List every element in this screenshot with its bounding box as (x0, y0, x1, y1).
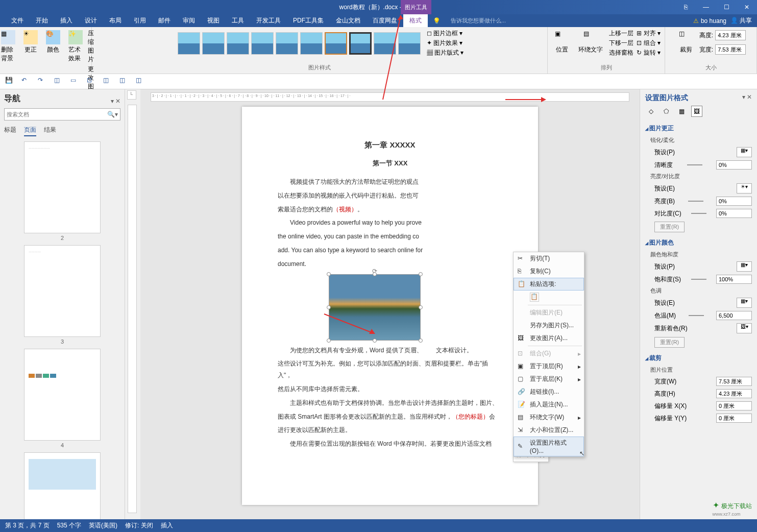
qat-icon[interactable]: ◫ (103, 77, 113, 87)
horizontal-ruler[interactable]: 3 · | · 2 · | · 1 · | · · | · 1 · | · 2 … (151, 92, 629, 102)
picture-effects-button[interactable]: ✦ 图片效果 ▾ (427, 39, 464, 47)
ribbon-options-icon[interactable]: ⎘ (675, 0, 696, 14)
status-insert[interactable]: 插入 (161, 521, 173, 530)
tab-design[interactable]: 设计 (79, 14, 103, 27)
temp-input[interactable] (716, 311, 752, 320)
user-account[interactable]: ⚠bo huang (693, 17, 726, 25)
ctx-copy[interactable]: ⎘复制(C) (514, 265, 584, 278)
ctx-paste-option-1[interactable]: 📋 (514, 291, 584, 304)
tab-layout[interactable]: 布局 (103, 14, 128, 27)
tab-pdf[interactable]: PDF工具集 (287, 14, 330, 27)
nav-tab-results[interactable]: 结果 (44, 126, 56, 136)
vertical-ruler[interactable] (128, 105, 137, 513)
bring-forward-button[interactable]: 上移一层 (609, 29, 633, 38)
qat-icon[interactable]: ▭ (70, 77, 81, 87)
selection-pane-button[interactable]: 选择窗格 (609, 49, 633, 57)
reset-button-2[interactable]: 重置(R) (654, 337, 685, 348)
preset-dropdown[interactable]: ▦▾ (737, 147, 752, 157)
tab-references[interactable]: 引用 (128, 14, 152, 27)
preset2-dropdown[interactable]: ☀▾ (737, 183, 752, 194)
page-thumbnail[interactable]: ………… (24, 245, 101, 337)
contrast-input[interactable] (716, 209, 752, 218)
remove-bg-button[interactable]: ▦删除背景 (0, 29, 18, 64)
saturation-input[interactable] (716, 275, 752, 284)
tab-file[interactable]: 文件 (5, 14, 30, 27)
tab-format[interactable]: 格式 (403, 14, 428, 27)
selected-picture[interactable]: ⟳ (329, 274, 421, 341)
height-input[interactable] (715, 30, 746, 40)
status-lang[interactable]: 英语(美国) (89, 521, 117, 530)
brightness-input[interactable] (716, 197, 752, 206)
ctx-bring-front[interactable]: ▣置于顶层(R)▸ (514, 360, 584, 373)
crop-height-input[interactable] (716, 389, 752, 398)
tab-mail[interactable]: 邮件 (152, 14, 177, 27)
wrap-text-button[interactable]: ▤环绕文字 (575, 29, 606, 57)
crop-width-input[interactable] (716, 377, 752, 386)
ctx-wrap-text[interactable]: ▤环绕文字(W)▸ (514, 411, 584, 424)
ctx-change-picture[interactable]: 🖼更改图片(A)... (514, 332, 584, 345)
temp-slider[interactable] (689, 315, 704, 316)
preset4-dropdown[interactable]: ▦▾ (737, 298, 752, 308)
ctx-save-as-picture[interactable]: 另存为图片(S)... (514, 319, 584, 332)
share-button[interactable]: 👤 共享 (730, 16, 752, 25)
nav-tab-headings[interactable]: 标题 (4, 126, 16, 136)
brightness-slider[interactable] (688, 201, 703, 202)
group-button[interactable]: ⊡ 组合 ▾ (637, 39, 661, 47)
tab-baidu[interactable]: 百度网盘 (367, 14, 403, 27)
maximize-icon[interactable]: ☐ (716, 0, 737, 14)
section-corrections[interactable]: 图片更正 (645, 122, 752, 135)
effects-tab-icon[interactable]: ⬠ (661, 106, 672, 117)
status-page[interactable]: 第 3 页，共 7 页 (5, 521, 50, 530)
sharpness-slider[interactable] (687, 164, 702, 165)
section-crop[interactable]: 裁剪 (645, 352, 752, 365)
ctx-size-position[interactable]: ⇲大小和位置(Z)... (514, 424, 584, 437)
tab-home[interactable]: 开始 (30, 14, 54, 27)
ctx-paste-options[interactable]: 📋粘贴选项: (514, 278, 584, 291)
color-button[interactable]: 🎨颜色 (43, 29, 63, 55)
tab-tools[interactable]: 工具 (226, 14, 250, 27)
position-button[interactable]: ▣位置 (552, 29, 572, 57)
qat-icon[interactable]: ◫ (119, 77, 130, 87)
tab-insert[interactable]: 插入 (54, 14, 79, 27)
search-icon[interactable]: 🔍▾ (105, 109, 120, 120)
undo-icon[interactable]: ↶ (21, 77, 32, 87)
search-input[interactable] (5, 109, 105, 120)
pane-close-icon[interactable]: ▾ ✕ (742, 93, 752, 106)
corrections-button[interactable]: ☀更正 (20, 29, 41, 55)
tab-selector[interactable]: L (127, 90, 136, 100)
rotate-button[interactable]: ↻ 旋转 ▾ (637, 49, 661, 57)
ctx-format-picture[interactable]: ✎设置图片格式(O)...↖ (514, 437, 584, 456)
picture-border-button[interactable]: ◻ 图片边框 ▾ (427, 29, 464, 38)
crop-button[interactable]: ◫裁剪 (676, 29, 696, 55)
status-track[interactable]: 修订: 关闭 (125, 521, 153, 530)
qat-icon[interactable]: ◫ (136, 77, 146, 87)
tab-view[interactable]: 视图 (201, 14, 226, 27)
tab-developer[interactable]: 开发工具 (250, 14, 287, 27)
ctx-hyperlink[interactable]: 🔗超链接(I)... (514, 385, 584, 398)
contrast-slider[interactable] (691, 213, 706, 214)
preset3-dropdown[interactable]: ▦▾ (737, 261, 752, 272)
ctx-insert-caption[interactable]: 📝插入题注(N)... (514, 398, 584, 411)
send-backward-button[interactable]: 下移一层 (609, 39, 633, 47)
page-thumbnail[interactable] (24, 349, 101, 441)
offset-x-input[interactable] (716, 401, 752, 410)
picture-styles-gallery[interactable] (176, 30, 423, 57)
save-icon[interactable]: 💾 (5, 77, 15, 87)
close-icon[interactable]: ✕ (737, 0, 757, 14)
picture-layout-button[interactable]: ▦ 图片版式 ▾ (427, 49, 464, 57)
tab-review[interactable]: 审阅 (177, 14, 201, 27)
recolor-dropdown[interactable]: 🖼▾ (737, 323, 752, 333)
redo-icon[interactable]: ↷ (38, 77, 48, 87)
align-button[interactable]: ⊞ 对齐 ▾ (637, 29, 661, 38)
ctx-cut[interactable]: ✂剪切(T) (514, 252, 584, 265)
page-thumbnail[interactable]: ………………… (24, 141, 101, 233)
status-words[interactable]: 535 个字 (57, 521, 81, 530)
nav-dropdown-icon[interactable]: ▾ ✕ (111, 98, 120, 105)
reset-button-1[interactable]: 重置(R) (654, 222, 685, 232)
offset-y-input[interactable] (716, 414, 752, 423)
document-page[interactable]: 第一章 XXXXX 第一节 XXX 视频提供了功能强大的方法帮助您证明您的观点 … (242, 107, 538, 505)
nav-tab-pages[interactable]: 页面 (24, 126, 36, 136)
picture-tab-icon[interactable]: 🖼 (691, 106, 702, 117)
ctx-send-back[interactable]: ▢置于底层(K)▸ (514, 373, 584, 385)
minimize-icon[interactable]: — (696, 0, 716, 14)
